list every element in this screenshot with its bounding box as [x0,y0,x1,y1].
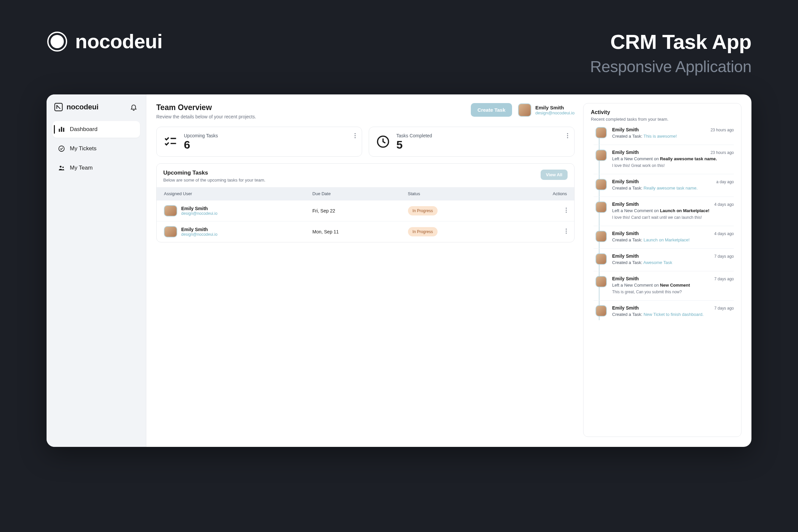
sidebar-item-dashboard[interactable]: Dashboard [53,121,140,138]
svg-point-22 [566,230,567,231]
avatar [595,202,607,213]
table-row: Emily Smith design@nocodeui.io Fri, Sep … [157,200,574,221]
brand-mark-icon [54,102,63,112]
th-status: Status [408,191,514,196]
kebab-icon [355,133,356,138]
avatar [164,205,177,216]
sidebar-item-label: Dashboard [70,126,97,133]
svg-rect-3 [59,129,60,132]
activity-timestamp: 23 hours ago [710,128,734,132]
svg-point-7 [60,166,62,168]
activity-link[interactable]: New Ticket to finish dashboard. [643,312,704,317]
assigned-user-name: Emily Smith [181,227,217,232]
svg-point-11 [355,133,356,134]
svg-point-13 [355,137,356,138]
activity-user-name: Emily Smith [612,150,639,155]
team-icon [58,164,65,172]
svg-point-8 [62,167,63,168]
notifications-icon[interactable] [130,103,137,111]
card-menu-button[interactable] [566,132,570,141]
sidebar-item-my-tickets[interactable]: My Tickets [53,140,140,157]
stat-label: Upcoming Tasks [184,133,218,138]
panel-subtitle: Below are some of the upcoming tasks for… [163,177,265,183]
stat-value: 5 [396,139,432,150]
table-header: Assigned User Due Date Status Actions [157,187,574,200]
activity-user-name: Emily Smith [612,202,639,207]
activity-subtitle: Recent completed tasks from your team. [591,117,734,122]
checklist-icon [163,134,178,149]
sidebar-brand-text: nocodeui [66,103,98,111]
activity-timestamp: 7 days ago [714,277,734,281]
sidebar: nocodeui Dashboard My Tickets [46,94,146,447]
hero-brand: nocodeui [46,30,163,53]
activity-item: Emily Smith 23 hours ago Left a New Comm… [593,150,734,174]
activity-item: Emily Smith 4 days ago Created a Task: L… [593,231,734,249]
due-date-cell: Fri, Sep 22 [312,208,408,213]
upcoming-tasks-panel: Upcoming Tasks Below are some of the upc… [156,163,574,242]
avatar [595,276,607,287]
activity-link[interactable]: Awesome Task [643,260,672,265]
stat-card-upcoming-tasks: Upcoming Tasks 6 [156,127,362,157]
activity-body: Left a New Comment on Launch on Marketpl… [612,208,734,213]
current-user-name: Emily Smith [535,105,574,110]
create-task-button[interactable]: Create Task [471,103,512,117]
status-cell: In Progress [408,206,514,215]
kebab-icon [567,133,568,138]
app-window: nocodeui Dashboard My Tickets [46,94,752,447]
sidebar-brand[interactable]: nocodeui [54,102,98,112]
svg-point-21 [566,228,567,229]
assigned-user-email: design@nocodeui.io [181,211,217,216]
status-badge: In Progress [408,227,438,236]
svg-point-15 [567,133,568,134]
svg-point-23 [566,232,567,233]
activity-link[interactable]: Launch on Marketplace! [643,238,690,242]
hero-title: CRM Task App [590,30,752,54]
avatar [595,127,607,138]
activity-panel: Activity Recent completed tasks from you… [583,103,741,437]
activity-body: Created a Task: Launch on Marketplace! [612,238,734,242]
assigned-user-cell: Emily Smith design@nocodeui.io [164,205,312,216]
page-title: Team Overview [156,103,256,112]
sidebar-item-label: My Team [70,165,93,171]
svg-rect-5 [63,128,64,132]
activity-item: Emily Smith 23 hours ago Created a Task:… [593,127,734,145]
card-menu-button[interactable] [353,132,357,141]
activity-item: Emily Smith 7 days ago Left a New Commen… [593,276,734,301]
svg-point-19 [566,209,567,210]
activity-link[interactable]: Really awesome task name. [660,156,717,161]
avatar [595,231,607,242]
assigned-user-email: design@nocodeui.io [181,232,217,237]
activity-user-name: Emily Smith [612,179,639,184]
activity-link[interactable]: New Comment [660,283,690,288]
activity-item: Emily Smith 7 days ago Created a Task: N… [593,305,734,323]
activity-user-name: Emily Smith [612,305,639,310]
activity-link[interactable]: Launch on Marketplace! [660,208,709,213]
table-row: Emily Smith design@nocodeui.io Mon, Sep … [157,221,574,242]
svg-point-1 [51,35,64,48]
svg-point-18 [566,208,567,208]
avatar [518,103,531,117]
row-menu-button[interactable] [514,208,567,214]
activity-link[interactable]: Really awesome task name. [643,186,698,191]
clock-icon [376,134,391,149]
th-due-date: Due Date [312,191,408,196]
current-user-email: design@nocodeui.io [535,110,574,115]
activity-user-name: Emily Smith [612,253,639,259]
activity-note: This is great, Can you submit this now? [612,290,734,294]
activity-note: I love this! Cand can't wait until we ca… [612,215,734,220]
activity-item: Emily Smith a day ago Created a Task: Re… [593,179,734,197]
assigned-user-cell: Emily Smith design@nocodeui.io [164,226,312,238]
activity-link[interactable]: This is awesome! [643,134,677,139]
page-subtitle: Review the details below of your recent … [156,114,256,119]
activity-timestamp: a day ago [716,179,734,184]
activity-timestamp: 23 hours ago [710,150,734,155]
assigned-user-name: Emily Smith [181,206,217,211]
current-user-chip[interactable]: Emily Smith design@nocodeui.io [518,103,574,117]
row-menu-button[interactable] [514,228,567,235]
status-badge: In Progress [408,206,438,215]
view-all-button[interactable]: View All [540,170,568,180]
sidebar-item-label: My Tickets [70,145,96,152]
sidebar-item-my-team[interactable]: My Team [53,159,140,176]
activity-body: Left a New Comment on Really awesome tas… [612,156,734,161]
svg-point-17 [567,137,568,138]
